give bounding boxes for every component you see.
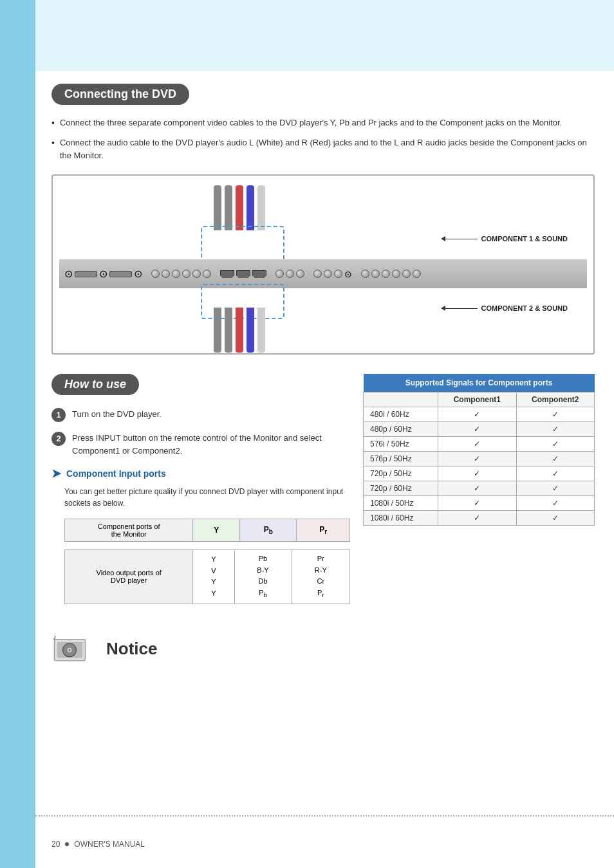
cable-bundle-bottom: [214, 308, 265, 353]
monitor-pb-cell: Pb: [240, 519, 297, 542]
connecting-dvd-section: Connecting the DVD • Connect the three s…: [51, 84, 595, 355]
signal-row-2: 576i / 50Hz ✓ ✓: [364, 437, 595, 452]
signal-c2-6: ✓: [516, 496, 594, 511]
component1-label: COMPONENT 1 & SOUND: [481, 235, 568, 243]
component1-line1: COMPONENT 1 & SOUND: [481, 235, 568, 243]
signal-row-5: 720p / 60Hz ✓ ✓: [364, 481, 595, 496]
signal-c1-3: ✓: [438, 452, 516, 466]
monitor-y-cell: Y: [193, 519, 240, 542]
cable-bundle-top: [214, 185, 265, 230]
notice-section: ♪ Notice: [51, 630, 595, 669]
port-c-4: [313, 270, 322, 278]
bullet-section: • Connect the three separate component v…: [51, 116, 595, 162]
signal-row-1: 480p / 60Hz ✓ ✓: [364, 422, 595, 437]
step-1-text: Turn on the DVD player.: [72, 408, 162, 421]
dvd-label-cell: Video output ports ofDVD player: [65, 550, 193, 604]
arrow-1: [441, 236, 478, 241]
component-input-title: ➤ Component Input ports: [51, 466, 350, 481]
port-icon-4: ⊙: [344, 269, 352, 279]
how-to-left: How to use 1 Turn on the DVD player. 2 P…: [51, 374, 350, 611]
cable-b5: [257, 308, 265, 353]
signals-tbody: 480i / 60Hz ✓ ✓ 480p / 60Hz ✓ ✓ 576i / 5…: [364, 407, 595, 526]
cable-2: [225, 185, 232, 230]
port-icon-2: ⊙: [99, 268, 107, 280]
signal-c1-6: ✓: [438, 496, 516, 511]
signal-c1-5: ✓: [438, 481, 516, 496]
signal-c2-2: ✓: [516, 437, 594, 452]
signal-label-3: 576p / 50Hz: [364, 452, 438, 466]
col-component2-header: Component2: [516, 392, 594, 407]
bullet-text-2: Connect the audio cable to the DVD playe…: [60, 136, 595, 162]
signals-main-header: Supported Signals for Component ports: [364, 374, 595, 392]
cable-3: [236, 185, 243, 230]
signal-row-6: 1080i / 50Hz ✓ ✓: [364, 496, 595, 511]
step-2: 2 Press INPUT button on the remote contr…: [51, 432, 350, 457]
diagram-inner: COMPONENT 1 & SOUND ⊙ ⊙ ⊙: [59, 182, 587, 347]
port-rect-1: [75, 271, 97, 277]
dotted-separator: [35, 815, 614, 817]
port-c-3: [296, 270, 304, 278]
col-component1-header: Component1: [438, 392, 516, 407]
signal-c2-5: ✓: [516, 481, 594, 496]
comp2-port-1: [361, 270, 369, 278]
signal-label-5: 720p / 60Hz: [364, 481, 438, 496]
bullet-item-2: • Connect the audio cable to the DVD pla…: [51, 136, 595, 162]
comp1-port-4: [182, 270, 191, 278]
cable-4: [247, 185, 254, 230]
step-num-1: 1: [51, 408, 66, 422]
comp2-port-2: [371, 270, 380, 278]
step-1: 1 Turn on the DVD player.: [51, 408, 350, 422]
component-input-section: ➤ Component Input ports You can get bett…: [51, 466, 350, 604]
signal-row-7: 1080i / 60Hz ✓ ✓: [364, 511, 595, 526]
port-monitor-row: Component ports ofthe Monitor Y Pb Pr: [65, 519, 350, 542]
cable-b2: [225, 308, 232, 353]
comp1-port-1: [151, 270, 160, 278]
port-dvd-table: Video output ports ofDVD player YVYY PbB…: [64, 549, 350, 604]
svg-point-4: [69, 649, 71, 651]
hdmi-3: [252, 270, 266, 278]
signal-label-4: 720p / 50Hz: [364, 466, 438, 481]
component-input-text: You can get better picture quality if yo…: [64, 486, 350, 509]
comp2-port-6: [413, 270, 421, 278]
page-number: 20: [51, 840, 60, 849]
signal-row-3: 576p / 50Hz ✓ ✓: [364, 452, 595, 466]
port-rect-2: [109, 271, 132, 277]
signal-c2-0: ✓: [516, 407, 594, 422]
arrowhead-2: [441, 306, 445, 311]
comp2-port-3: [382, 270, 390, 278]
arrowhead-1: [441, 236, 445, 241]
cable-b4: [247, 308, 254, 353]
svg-text:♪: ♪: [53, 632, 57, 641]
port-c-5: [324, 270, 332, 278]
page-label: OWNER'S MANUAL: [74, 840, 145, 849]
signal-label-7: 1080i / 60Hz: [364, 511, 438, 526]
component2-label: COMPONENT 2 & SOUND: [481, 304, 568, 312]
notice-label: Notice: [106, 639, 157, 659]
step-num-2: 2: [51, 432, 66, 446]
signal-label-2: 576i / 50Hz: [364, 437, 438, 452]
component2-line1: COMPONENT 2 & SOUND: [481, 304, 568, 312]
signals-header-row: Supported Signals for Component ports: [364, 374, 595, 392]
comp2-port-5: [402, 270, 411, 278]
col-signal-header: [364, 392, 438, 407]
label-component1: COMPONENT 1 & SOUND: [441, 235, 568, 243]
cable-5: [257, 185, 265, 230]
signal-label-6: 1080i / 50Hz: [364, 496, 438, 511]
comp1-port-3: [172, 270, 180, 278]
signal-c2-7: ✓: [516, 511, 594, 526]
footer: 20 OWNER'S MANUAL: [51, 840, 145, 849]
dashed-group-top: [201, 226, 284, 261]
monitor-pr-cell: Pr: [297, 519, 350, 542]
signal-c1-4: ✓: [438, 466, 516, 481]
port-c-2: [286, 270, 294, 278]
signal-c2-4: ✓: [516, 466, 594, 481]
bullet-dot-2: •: [51, 136, 55, 162]
hdmi-2: [236, 270, 250, 278]
signal-label-0: 480i / 60Hz: [364, 407, 438, 422]
signal-c2-3: ✓: [516, 452, 594, 466]
signal-c1-0: ✓: [438, 407, 516, 422]
port-monitor-table: Component ports ofthe Monitor Y Pb Pr: [64, 519, 350, 542]
comp1-port-2: [162, 270, 170, 278]
ports-bar: ⊙ ⊙ ⊙: [59, 259, 587, 288]
sidebar-blue: [0, 0, 35, 868]
